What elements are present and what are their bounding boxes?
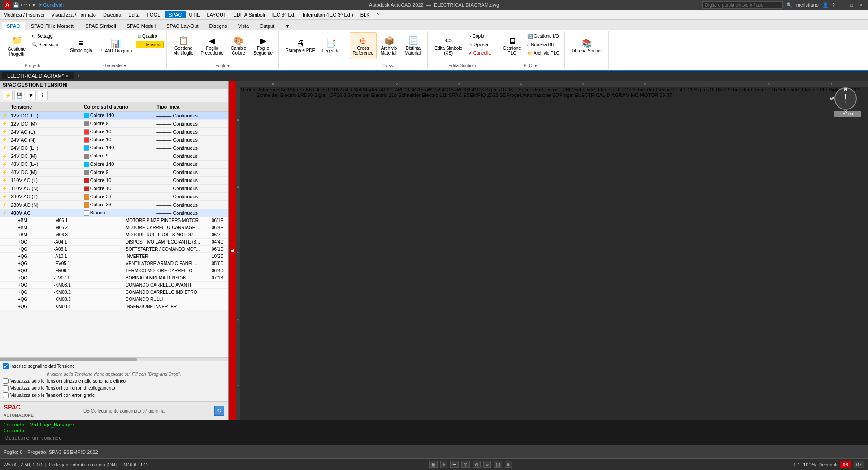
tab-moduli[interactable]: SPAC Moduli [122,22,161,30]
search-input[interactable] [702,1,783,9]
menu-util[interactable]: UTIL [186,11,204,18]
doc-add-btn[interactable]: + [74,72,82,79]
osnap-btn[interactable]: ⊙ [473,461,481,468]
grid-btn[interactable]: ▦ [429,461,438,468]
tab-disegno[interactable]: Disegno [204,22,232,30]
polar-btn[interactable]: ◎ [461,461,470,468]
cross-reference-btn[interactable]: ⊕ CrossReference [350,32,377,59]
sub-row[interactable]: +BM -M06.2 MOTORE CARRELLO CARRIAGE ... … [0,224,228,231]
menu-view[interactable]: Visualizza / Formato [48,11,99,18]
sub-row[interactable]: +QG -KM08.2 COMANDO CARRELLO INDIETRO [0,289,228,296]
panel-bolt-btn[interactable]: ⚡ [3,91,13,100]
snap-btn[interactable]: ⌖ [440,461,447,468]
plant-diagram-btn[interactable]: 📊 PLANT Diagram [96,32,135,59]
table-row[interactable]: ⚡ 12V DC (M) Colore 9 ——— Continuous [0,120,228,128]
gestione-multifoglio-btn[interactable]: 📋 GestioneMultifoglio [170,32,197,59]
menu-file[interactable]: Modifica / Inserisci [0,11,48,18]
maximize-btn[interactable]: □ [848,2,855,8]
undo-btn[interactable]: ↩ [21,2,25,8]
tab-layout[interactable]: SPAC Lay-Out [161,22,203,30]
menu-spac[interactable]: SPAC [165,11,185,18]
menu-iec3[interactable]: IEC 3^ Ed. [269,11,299,18]
table-row[interactable]: ⚡ 24V DC (L+) Colore 140 ——— Continuous [0,144,228,152]
doc-tab-electrical[interactable]: ELECTRICAL DIAGRAM* × [2,72,74,79]
save-btn[interactable]: 💾 [13,2,19,8]
panel-collapse-btn[interactable]: ◀ [229,81,236,420]
checkbox-segnalino[interactable] [3,363,9,369]
doc-close-btn[interactable]: × [65,74,68,78]
stampa-pdf-btn[interactable]: 🖨 Stampa e PDF [282,32,318,59]
search-icon[interactable]: 🔍 [786,2,793,8]
menu-edit[interactable]: Edita [125,11,143,18]
redo-btn[interactable]: ↪ [26,2,30,8]
io-cancella-btn[interactable]: ✗ Cancella [466,49,493,57]
gestione-progetti-btn[interactable]: 📁 GestioneProgetti [4,32,29,59]
table-row[interactable]: ⚡ 230V AC (N) Colore 33 ——— Continuous [0,201,228,209]
sub-row[interactable]: +QG -A04.1 DISPOSITIVO LAMPEGGIANTE /B..… [0,239,228,246]
quadro-btn[interactable]: □ Quadro [136,32,163,40]
simbologia-btn[interactable]: ≡ Simbologia [67,32,95,59]
more-btn[interactable]: ▼ [31,2,36,8]
dyn-btn[interactable]: ◫ [494,461,502,468]
menu-edita-simboli[interactable]: EDITA Simboli [230,11,269,18]
horizontal-scrollbar[interactable] [0,357,228,361]
refresh-btn[interactable]: ↻ [214,406,224,416]
gestione-plc-btn[interactable]: 🖥 GestionePLC [500,32,524,59]
menu-fogli[interactable]: FOGLI [143,11,165,18]
table-row[interactable]: ⚡ 48V DC (M) Colore 9 ——— Continuous [0,169,228,177]
scansioni-btn[interactable]: 🔍 Scansioni [30,41,60,48]
tensioni-btn[interactable]: ⚡ Tensioni [136,41,163,48]
foglio-precedente-btn[interactable]: ◀ FoglioPrecedente [198,32,227,59]
menu-layout[interactable]: LAYOUT [203,11,230,18]
panel-table-body[interactable]: ⚡ 12V DC (L+) Colore 140 ——— Continuous … [0,112,228,357]
command-input[interactable] [4,435,864,441]
sub-row[interactable]: +QG -EV05.1 VENTILATORE ARMADIO PANEL ..… [0,260,228,267]
table-row[interactable]: ⚡ 110V AC (N) Colore 10 ——— Continuous [0,185,228,193]
app-menu-btn[interactable]: A [4,1,11,9]
distinta-materiali-btn[interactable]: 📃 DistintaMateriali [402,32,425,59]
libreria-simboli-btn[interactable]: 📚 Libreria Simboli [569,32,606,59]
numera-bit-btn[interactable]: # Numera BIT [525,41,562,48]
archivio-plc-btn[interactable]: 📂 Archivio PLC [525,49,562,57]
cambio-colore-btn[interactable]: 🎨 CambioColore [228,32,249,59]
table-row[interactable]: ⚡ 12V DC (L+) Colore 140 ——— Continuous [0,112,228,120]
help-btn[interactable]: ? [832,2,835,8]
menu-blk[interactable]: BLK [357,11,373,18]
share-btn[interactable]: ✈ Condividi [38,2,64,8]
menu-interruttori[interactable]: Interruttori (IEC 3^ Ed.) [299,11,357,18]
sub-row[interactable]: +QG -KM08.1 COMANDO CARRELLO AVANTI [0,282,228,289]
sposta-btn[interactable]: ↔ Sposta [466,41,493,48]
panel-dropdown-btn[interactable]: ▼ [26,91,36,100]
table-row[interactable]: ⚡ 110V AC (L) Colore 10 ——— Continuous [0,177,228,185]
tab-output[interactable]: Output [255,22,279,30]
copia-btn[interactable]: ⎘ Copia [466,32,493,40]
table-row[interactable]: ⚡ 24V AC (N) Colore 10 ——— Continuous [0,136,228,144]
table-row[interactable]: ⚡ 48V DC (L+) Colore 140 ——— Continuous [0,161,228,169]
panel-save-btn[interactable]: 💾 [14,91,24,100]
table-row[interactable]: ⚡ 24V AC (L) Colore 10 ——— Continuous [0,128,228,136]
panel-info-btn[interactable]: ℹ [38,91,48,100]
foglio-seguente-btn[interactable]: ▶ FoglioSeguente [250,32,276,59]
sub-row[interactable]: +QG -A10.1 INVERTER 10/2C [0,253,228,260]
sub-row[interactable]: +BM -M06.3 MOTORE RULLI ROLLS MOTOR 06/7… [0,231,228,239]
tab-more[interactable]: ▼ [280,22,295,30]
tab-vista[interactable]: Vista [233,22,254,30]
otrack-btn[interactable]: ∞ [483,461,491,468]
edita-simbolo-btn[interactable]: ✏ Edita Simbolo(XS) [431,32,465,59]
sub-row[interactable]: +QG -KM08.4 INSERZIONE INVERTER [0,303,228,310]
table-row-400v[interactable]: ⚡ 400V AC Bianco ——— Continuous [0,209,228,217]
sub-row[interactable]: +QG -FR06.1 TERMICO MOTORE CARRELLO 06/4… [0,267,228,274]
checkbox-tensioni-usate[interactable] [3,378,9,384]
menu-draw[interactable]: Disegna [100,11,125,18]
gestione-bit-btn[interactable]: 🔢 Gestione I/O [525,32,562,40]
lw-btn[interactable]: ≡ [505,461,512,468]
minimize-btn[interactable]: − [838,2,845,8]
sub-row[interactable]: +QG -FV07.1 BOBINA DI MINIMA TENSIONE 07… [0,274,228,282]
table-row[interactable]: ⚡ 230V AC (L) Colore 33 ——— Continuous [0,193,228,201]
tab-spac[interactable]: SPAC [2,22,25,30]
menu-help[interactable]: ? [373,11,383,18]
sub-row[interactable]: +QG -KM08.3 COMANDO RULLI [0,296,228,303]
settaggi-btn[interactable]: ⚙ Settaggi [30,32,60,40]
ortho-btn[interactable]: ⊢ [450,461,459,468]
tab-fili-morsetti[interactable]: SPAC Fili e Morsetti [26,22,80,30]
